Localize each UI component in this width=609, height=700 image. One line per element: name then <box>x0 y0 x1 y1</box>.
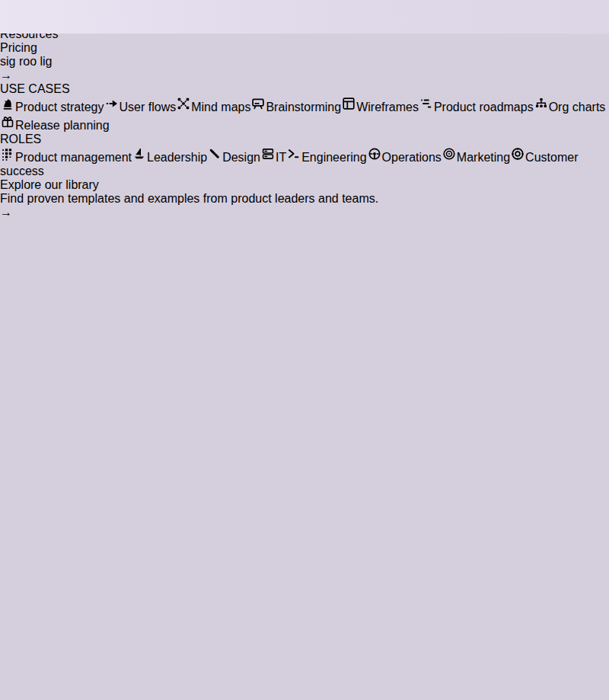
menu-item-engineering[interactable]: Engineering <box>286 151 366 164</box>
explore-library-card[interactable]: Explore our library Find proven template… <box>0 178 609 219</box>
hero-headline-fragment: sig roo lig <box>0 55 609 69</box>
menu-item-label: Product roadmaps <box>434 101 534 113</box>
menu-item-label: Product strategy <box>15 101 104 113</box>
menu-item-product-management[interactable]: Product management <box>0 151 132 164</box>
hero-background: sig roo lig <box>0 55 609 69</box>
section-header-use-cases: USE CASES <box>0 82 609 96</box>
menu-item-marketing[interactable]: Marketing <box>442 151 510 164</box>
menu-item-label: Release planning <box>15 119 110 132</box>
menu-item-label: Product management <box>15 151 132 164</box>
menu-item-operations[interactable]: Operations <box>367 151 442 164</box>
menu-grid-roles: Product managementLeadershipDesignITEngi… <box>0 146 609 178</box>
menu-item-leadership[interactable]: Leadership <box>132 151 207 164</box>
steering-wheel-icon <box>367 151 382 164</box>
menu-item-product-roadmaps[interactable]: Product roadmaps <box>419 101 534 113</box>
sailboat-icon <box>132 151 147 164</box>
templates-dropdown-panel: USE CASESProduct strategyUser flowsMind … <box>0 82 609 219</box>
nav-item-label: Pricing <box>0 41 37 54</box>
mind-map-icon <box>176 101 191 113</box>
wireframe-icon <box>341 101 356 113</box>
menu-item-label: Org charts <box>549 101 606 113</box>
menu-item-label: Engineering <box>301 151 366 164</box>
menu-item-user-flows[interactable]: User flows <box>104 101 177 113</box>
chess-knight-icon <box>0 101 15 113</box>
design-tools-icon <box>207 151 222 164</box>
menu-item-label: Brainstorming <box>266 101 341 113</box>
menu-item-label: Design <box>222 151 260 164</box>
menu-item-release-planning[interactable]: Release planning <box>0 119 110 132</box>
org-chart-icon <box>534 101 549 113</box>
menu-item-it[interactable]: IT <box>260 151 286 164</box>
target-icon <box>442 151 457 164</box>
explore-library-description: Find proven templates and examples from … <box>0 192 609 206</box>
section-header-roles: ROLES <box>0 133 609 146</box>
menu-item-label: Marketing <box>457 151 510 164</box>
menu-item-label: IT <box>276 151 286 164</box>
menu-item-brainstorming[interactable]: Brainstorming <box>250 101 341 113</box>
lifebuoy-icon <box>510 151 525 164</box>
arrow-right-icon: → <box>0 206 12 219</box>
menu-item-label: Leadership <box>147 151 207 164</box>
explore-library-title: Explore our library <box>0 178 609 192</box>
flow-arrow-icon <box>104 101 120 113</box>
terminal-icon <box>286 151 301 164</box>
menu-item-product-strategy[interactable]: Product strategy <box>0 101 104 113</box>
nav-item-pricing[interactable]: Pricing <box>0 41 609 55</box>
menu-grid-use-cases: Product strategyUser flowsMind mapsBrain… <box>0 96 609 133</box>
gift-icon <box>0 119 15 132</box>
menu-item-org-charts[interactable]: Org charts <box>534 101 606 113</box>
menu-item-label: User flows <box>120 101 177 113</box>
menu-item-wireframes[interactable]: Wireframes <box>341 101 419 113</box>
grid-dots-icon <box>0 151 15 164</box>
menu-item-label: Wireframes <box>356 101 419 113</box>
hero-cta-pill[interactable]: → <box>0 69 609 82</box>
roadmap-icon <box>419 101 434 113</box>
arrow-right-icon: → <box>0 69 12 82</box>
whiteboard-icon <box>250 101 266 113</box>
next-arrow-button[interactable]: → <box>0 69 609 82</box>
top-banner <box>0 0 609 34</box>
menu-item-mind-maps[interactable]: Mind maps <box>176 101 250 113</box>
page: ProductTemplatesResourcesPricing sig roo… <box>0 0 609 700</box>
menu-item-label: Operations <box>382 151 442 164</box>
menu-item-design[interactable]: Design <box>207 151 260 164</box>
logo-fragment-icon <box>0 10 7 24</box>
server-stack-icon <box>260 151 276 164</box>
menu-item-label: Mind maps <box>191 101 250 113</box>
